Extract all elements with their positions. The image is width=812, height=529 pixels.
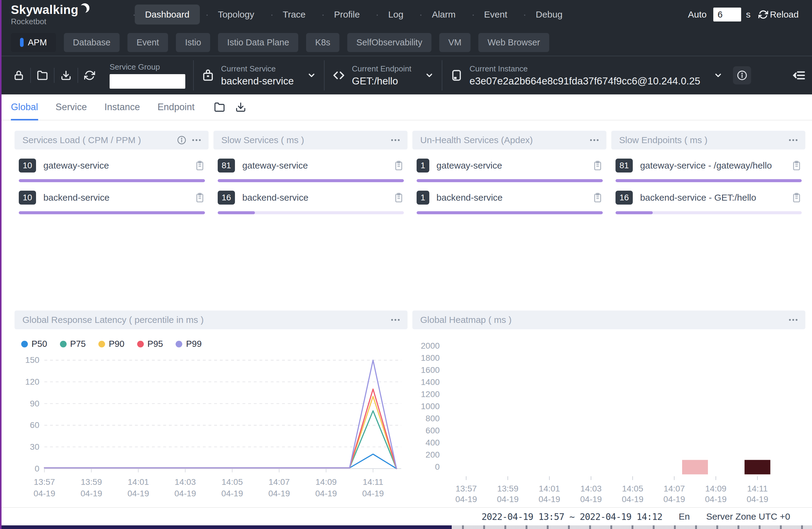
tab-endpoint[interactable]: Endpoint [157, 94, 194, 120]
current-service-selector[interactable]: Current Service backend-service [202, 64, 316, 87]
metric-progress-track [218, 179, 404, 182]
card-title: Services Load ( CPM / PPM ) [23, 135, 141, 145]
instance-device-icon [450, 69, 463, 82]
auto-interval-input[interactable] [713, 8, 741, 21]
svg-text:04-19: 04-19 [221, 489, 243, 498]
svg-text:0: 0 [34, 464, 39, 473]
layer-tab-event[interactable]: Event [128, 33, 168, 52]
folder-button[interactable] [31, 70, 54, 81]
current-service-value: backend-service [221, 75, 294, 87]
svg-text:04-19: 04-19 [746, 495, 768, 503]
export-button[interactable] [55, 70, 77, 81]
copy-button[interactable] [195, 160, 205, 171]
language-switch[interactable]: En [679, 512, 690, 522]
svg-text:14:03: 14:03 [580, 484, 601, 493]
copy-button[interactable] [792, 160, 802, 171]
nav-item-trace[interactable]: Trace [273, 4, 316, 25]
metric-item[interactable]: 1 gateway-service [417, 159, 603, 182]
more-menu-icon[interactable] [789, 139, 797, 141]
current-service-label: Current Service [221, 64, 294, 74]
service-group-input[interactable] [110, 74, 185, 89]
more-menu-icon[interactable] [391, 319, 400, 321]
nav-item-event[interactable]: Event [474, 4, 518, 25]
info-circle-icon[interactable] [177, 136, 186, 145]
folder-button[interactable] [214, 102, 225, 113]
tab-service[interactable]: Service [56, 94, 87, 120]
more-menu-icon[interactable] [391, 139, 400, 141]
skywalking-logo[interactable]: Skywalking Rocketbot [11, 4, 90, 26]
metric-item[interactable]: 10 backend-service [19, 191, 205, 214]
reload-label: Reload [770, 10, 799, 20]
card-services-load: Services Load ( CPM / PPM ) 10 gateway-s… [15, 131, 208, 299]
chevron-down-icon[interactable] [425, 71, 434, 80]
reload-button[interactable]: Reload [758, 10, 799, 20]
copy-button[interactable] [195, 192, 205, 203]
more-menu-icon[interactable] [789, 319, 797, 321]
nav-item-profile[interactable]: Profile [324, 4, 370, 25]
metric-item[interactable]: 16 backend-service [218, 191, 404, 214]
chevron-down-icon[interactable] [307, 71, 316, 80]
current-endpoint-label: Current Endpoint [352, 64, 411, 74]
svg-text:04-19: 04-19 [34, 489, 55, 498]
sidebar-fold-button[interactable] [793, 69, 806, 82]
layer-tab-vm[interactable]: VM [439, 33, 471, 52]
copy-button[interactable] [394, 192, 404, 203]
svg-text:400: 400 [426, 438, 440, 447]
nav-item-log[interactable]: Log [378, 4, 414, 25]
metric-progress-fill [417, 211, 603, 214]
current-endpoint-selector[interactable]: Current Endpoint GET:/hello [332, 64, 434, 87]
svg-text:04-19: 04-19 [705, 495, 727, 503]
metric-item[interactable]: 81 gateway-service [218, 159, 404, 182]
metric-name: gateway-service [242, 160, 308, 171]
legend-dot-icon [21, 341, 28, 348]
metric-item[interactable]: 1 backend-service [417, 191, 603, 214]
layer-tab-istio[interactable]: Istio [176, 33, 210, 52]
copy-button[interactable] [593, 160, 603, 171]
tab-instance[interactable]: Instance [104, 94, 140, 120]
current-instance-selector[interactable]: Current Instance e3e07e2a2b664e8c91fda37… [450, 64, 723, 87]
lock-icon [13, 70, 24, 81]
layer-label: APM [28, 38, 47, 47]
layer-tab-apm[interactable]: APM [11, 33, 56, 52]
layer-tab-database[interactable]: Database [64, 33, 120, 52]
download-icon [235, 102, 246, 113]
vertical-separator [193, 60, 194, 90]
layer-tab-k8s[interactable]: K8s [306, 33, 339, 52]
chart-title: Global Heatmap ( ms ) [420, 315, 512, 325]
metric-progress-track [615, 211, 802, 214]
legend-item-p75[interactable]: P75 [60, 339, 86, 349]
copy-button[interactable] [394, 160, 404, 171]
nav-item-dashboard[interactable]: Dashboard [135, 4, 200, 25]
lock-button[interactable] [7, 70, 30, 81]
nav-item-alarm[interactable]: Alarm [421, 4, 466, 25]
metric-item[interactable]: 10 gateway-service [19, 159, 205, 182]
legend-item-p50[interactable]: P50 [21, 339, 47, 349]
chevron-down-icon[interactable] [714, 71, 723, 80]
layer-tab-web-browser[interactable]: Web Browser [478, 33, 549, 52]
more-menu-icon[interactable] [192, 139, 201, 141]
card-title: Un-Health Services (Apdex) [420, 135, 533, 145]
info-button[interactable] [733, 66, 751, 85]
svg-text:04-19: 04-19 [497, 495, 519, 503]
legend-item-p95[interactable]: P95 [137, 339, 163, 349]
export-button[interactable] [235, 102, 246, 113]
refresh-dashboards-button[interactable] [78, 70, 101, 81]
copy-button[interactable] [593, 192, 603, 203]
legend-item-p99[interactable]: P99 [176, 339, 202, 349]
svg-text:1600: 1600 [421, 365, 440, 374]
time-range-picker[interactable]: 2022-04-19 13:57 ~ 2022-04-19 14:12 [482, 512, 663, 522]
reload-icon [758, 10, 768, 19]
layer-tab-istio-data-plane[interactable]: Istio Data Plane [218, 33, 298, 52]
metric-item[interactable]: 16 backend-service - GET:/hello [615, 191, 802, 214]
metric-item[interactable]: 81 gateway-service - /gateway/hello [615, 159, 802, 182]
metric-value-badge: 1 [417, 159, 429, 173]
legend-item-p90[interactable]: P90 [98, 339, 125, 349]
copy-button[interactable] [792, 192, 802, 203]
nav-item-debug[interactable]: Debug [525, 4, 572, 25]
tab-global[interactable]: Global [11, 94, 38, 120]
more-menu-icon[interactable] [590, 139, 598, 141]
metric-progress-fill [218, 179, 404, 182]
metric-name: gateway-service - /gateway/hello [640, 160, 772, 171]
nav-item-topology[interactable]: Topology [208, 4, 265, 25]
layer-tab-selfobservability[interactable]: SelfObservability [347, 33, 432, 52]
